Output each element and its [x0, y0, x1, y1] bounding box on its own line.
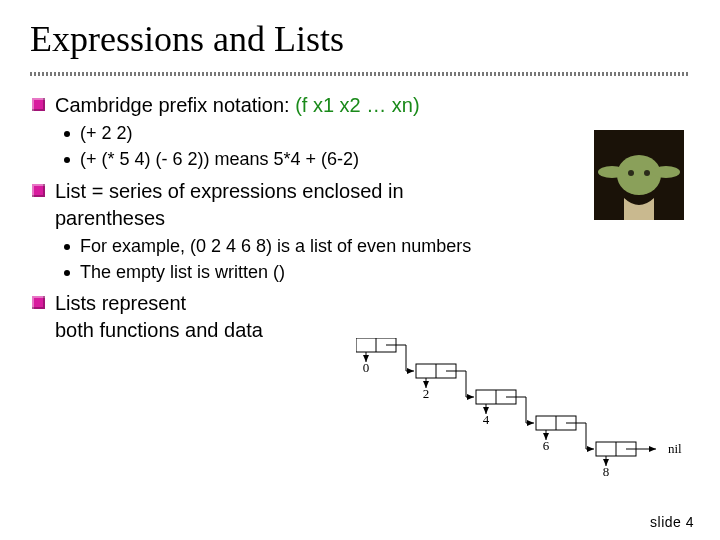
title-divider [30, 72, 690, 76]
slide-number: slide 4 [650, 514, 694, 530]
dot-bullet-icon [64, 131, 70, 137]
bullet-text: Cambridge prefix notation: [55, 94, 295, 116]
slide-content: Cambridge prefix notation: (f x1 x2 … xn… [30, 92, 690, 344]
subbullet-text: The empty list is written () [80, 260, 285, 284]
dot-bullet-icon [64, 270, 70, 276]
subbullet-text: For example, (0 2 4 6 8) is a list of ev… [80, 234, 471, 258]
svg-point-5 [644, 170, 650, 176]
subbullet-empty-list: The empty list is written () [64, 260, 690, 284]
svg-point-3 [652, 166, 680, 178]
subbullet-even-numbers: For example, (0 2 4 6 8) is a list of ev… [64, 234, 690, 258]
square-bullet-icon [32, 296, 45, 309]
square-bullet-icon [32, 184, 45, 197]
bullet-text-highlight: (f x1 x2 … xn) [295, 94, 419, 116]
list-node-value: 0 [363, 360, 370, 375]
svg-point-2 [598, 166, 626, 178]
dot-bullet-icon [64, 157, 70, 163]
svg-point-4 [628, 170, 634, 176]
slide-title: Expressions and Lists [30, 18, 690, 60]
dot-bullet-icon [64, 244, 70, 250]
list-node-value: 8 [603, 464, 610, 479]
bullet-list-definition: List = series of expressions enclosed in… [30, 178, 690, 232]
list-node-value: 2 [423, 386, 430, 401]
bullet-lists-represent: Lists represent both functions and data [30, 290, 690, 344]
subbullet-text: (+ (* 5 4) (- 6 2)) means 5*4 + (6-2) [80, 147, 359, 171]
list-node-value: 6 [543, 438, 550, 453]
linked-list-diagram: 0 2 4 6 8 nil [356, 338, 686, 488]
square-bullet-icon [32, 98, 45, 111]
bullet-text-line1: Lists represent [55, 290, 690, 317]
list-node-value: 4 [483, 412, 490, 427]
bullet-cambridge-prefix: Cambridge prefix notation: (f x1 x2 … xn… [30, 92, 690, 119]
list-nil-label: nil [668, 441, 682, 456]
bullet-text: List = series of expressions enclosed in… [55, 178, 495, 232]
yoda-image [594, 130, 684, 220]
subbullet-text: (+ 2 2) [80, 121, 133, 145]
